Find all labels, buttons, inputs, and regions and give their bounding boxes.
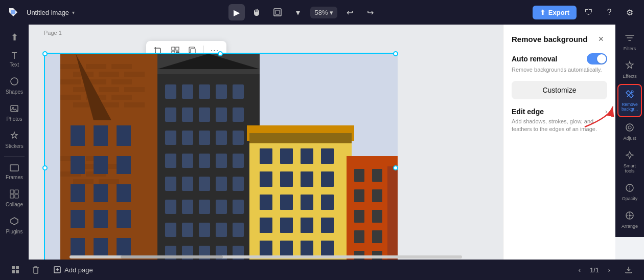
frame-tool-button[interactable] [269, 4, 286, 20]
svg-rect-24 [111, 64, 132, 69]
canvas-frame[interactable] [44, 53, 397, 260]
handle-top-left[interactable] [42, 51, 48, 56]
sidebar-item-collage[interactable]: Collage [2, 185, 27, 211]
svg-rect-113 [260, 171, 272, 187]
svg-rect-8 [15, 190, 18, 193]
prev-page-button[interactable]: ‹ [573, 264, 586, 276]
svg-rect-86 [233, 154, 244, 168]
right-panel-smart-tools[interactable]: Smart tools [617, 146, 642, 178]
svg-rect-89 [199, 177, 210, 191]
redo-button[interactable]: ↪ [362, 4, 378, 20]
grid-button[interactable] [8, 263, 22, 277]
panel-close-button[interactable]: ✕ [595, 33, 607, 45]
shapes-icon [10, 77, 19, 88]
svg-rect-39 [124, 102, 145, 107]
svg-rect-2 [275, 10, 280, 14]
right-panel-adjust[interactable]: Adjust [617, 118, 642, 145]
sidebar-item-templates[interactable]: ⬆ [2, 29, 27, 46]
opacity-icon [625, 183, 635, 195]
svg-rect-135 [354, 210, 364, 223]
svg-rect-109 [260, 148, 272, 164]
svg-rect-27 [124, 72, 145, 77]
hand-tool-button[interactable] [249, 4, 265, 20]
canvas-image [45, 54, 398, 260]
help-button[interactable]: ? [601, 4, 617, 20]
handle-mid-right[interactable] [393, 165, 398, 170]
settings-button[interactable]: ⚙ [622, 4, 638, 20]
shield-icon-button[interactable]: 🛡 [581, 4, 597, 20]
svg-rect-33 [124, 87, 145, 92]
plugins-icon [10, 217, 19, 227]
export-button[interactable]: ⬆ Export [533, 6, 577, 19]
svg-rect-117 [260, 195, 272, 210]
export-icon: ⬆ [540, 9, 545, 16]
sidebar-item-stickers[interactable]: Stickers [2, 127, 27, 153]
svg-point-3 [11, 78, 18, 85]
svg-rect-151 [12, 270, 15, 273]
svg-rect-124 [321, 218, 334, 233]
page-label: Page 1 [44, 30, 62, 36]
right-panel: Filters Effects Remove backgr... Adjust [615, 25, 644, 237]
topbar-tools: ▶ ▾ 58% ▾ ↩ ↪ [81, 4, 526, 20]
svg-rect-62 [94, 238, 108, 256]
add-page-button[interactable]: Add page [49, 264, 97, 276]
svg-marker-11 [11, 218, 18, 225]
sidebar-divider [4, 156, 25, 157]
app-logo [6, 5, 20, 19]
handle-top-center[interactable] [218, 51, 223, 56]
svg-rect-60 [117, 210, 131, 228]
sidebar-item-photos[interactable]: Photos [2, 100, 27, 126]
right-panel-opacity[interactable]: Opacity [617, 179, 642, 205]
svg-rect-28 [60, 79, 81, 84]
next-page-button[interactable]: › [603, 264, 615, 276]
download-button[interactable] [622, 263, 636, 277]
customize-button[interactable]: Customize [512, 81, 607, 99]
svg-rect-94 [199, 200, 210, 214]
undo-button[interactable]: ↩ [341, 4, 358, 20]
svg-rect-12 [172, 47, 175, 50]
svg-rect-93 [182, 200, 193, 214]
svg-rect-125 [260, 241, 272, 256]
right-panel-effects[interactable]: Effects [617, 56, 642, 83]
sidebar-item-frames[interactable]: Frames [2, 160, 27, 184]
svg-rect-26 [99, 72, 119, 77]
panel-title: Remove background [512, 35, 587, 44]
right-panel-arrange[interactable]: Arrange [617, 206, 642, 233]
svg-rect-88 [182, 177, 193, 191]
toggle-dot [597, 54, 606, 63]
svg-rect-131 [354, 169, 364, 182]
svg-rect-75 [216, 107, 227, 122]
sidebar-item-shapes[interactable]: Shapes [2, 73, 27, 99]
right-panel-remove-bg[interactable]: Remove backgr... [617, 84, 642, 117]
frame-dropdown-button[interactable]: ▾ [290, 4, 306, 20]
sidebar-item-plugins[interactable]: Plugins [2, 212, 27, 239]
document-title[interactable]: Untitled image ▾ [27, 9, 75, 16]
svg-rect-98 [182, 223, 193, 237]
handle-mid-left[interactable] [42, 165, 48, 170]
zoom-control[interactable]: 58% ▾ [310, 7, 337, 18]
svg-rect-9 [10, 195, 14, 198]
select-tool-button[interactable]: ▶ [228, 4, 245, 20]
svg-rect-7 [10, 190, 14, 193]
horizontal-scrollbar[interactable] [70, 255, 462, 259]
page-info: 1/1 [590, 266, 599, 274]
svg-rect-96 [233, 200, 244, 214]
right-panel-filters[interactable]: Filters [617, 29, 642, 55]
canvas-area[interactable]: Page 1 ··· [29, 25, 503, 260]
svg-rect-79 [199, 131, 210, 145]
edit-edge-header[interactable]: Edit edge › [512, 107, 607, 116]
handle-top-right[interactable] [393, 51, 398, 56]
svg-rect-57 [117, 184, 131, 202]
svg-rect-152 [16, 270, 19, 273]
delete-button[interactable] [29, 263, 43, 277]
effects-icon [625, 60, 635, 72]
svg-rect-126 [280, 241, 293, 256]
svg-rect-150 [16, 266, 19, 269]
sidebar-item-text[interactable]: T Text [2, 47, 27, 72]
edit-edge-desc: Add shadows, strokes, glow, and feathers… [512, 118, 607, 134]
auto-removal-toggle[interactable] [587, 53, 607, 64]
auto-removal-desc: Remove backgrounds automatically. [512, 67, 607, 73]
svg-rect-114 [280, 171, 293, 187]
title-chevron-icon: ▾ [72, 10, 75, 15]
filters-icon [625, 33, 635, 45]
